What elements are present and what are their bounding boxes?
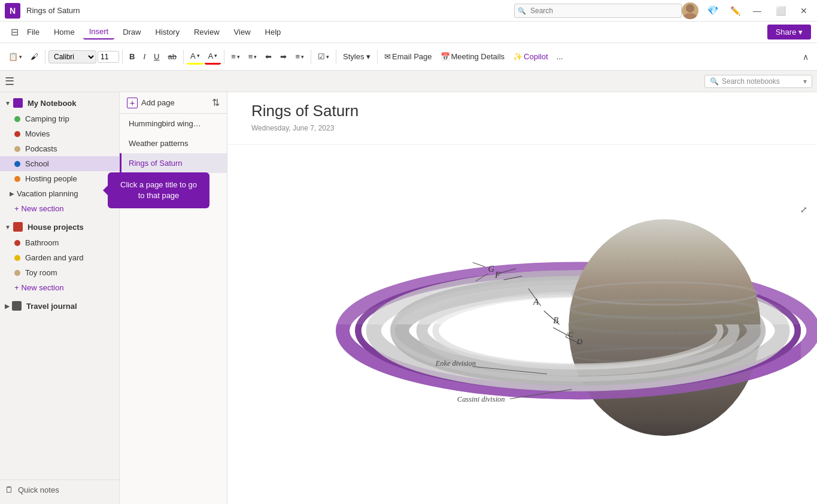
numbering-icon: ≡ [248,52,253,61]
calendar-icon: 📅 [441,52,450,61]
sidebar-item-podcasts[interactable]: Podcasts [0,141,119,156]
maximize-button[interactable]: ⬜ [771,5,791,17]
garden-yard-dot [14,255,20,261]
numbering-button[interactable]: ≡▾ [245,50,261,63]
menu-draw[interactable]: Draw [117,25,147,39]
travel-journal-icon [12,301,22,311]
page-item-weather-patterns[interactable]: Weather patterns [120,133,227,153]
menu-insert[interactable]: Insert [83,25,115,40]
my-notebook-group: ▼ My Notebook Camping trip Movies Podcas… [0,95,119,216]
my-notebook-header[interactable]: ▼ My Notebook [0,95,119,111]
underline-button[interactable]: U [150,50,163,63]
email-icon: ✉ [384,52,391,61]
toolbar-collapse-button[interactable]: ∧ [799,50,812,64]
hamburger-icon[interactable]: ☰ [5,75,14,88]
new-section-plus-icon: + [14,204,19,213]
hosting-people-dot [14,176,20,182]
diamond-icon[interactable]: 💎 [703,4,722,17]
subbar: ☰ 🔍 Search notebooks ▾ [0,71,817,92]
format-paint-button[interactable]: 🖌 [27,50,42,63]
sidebar-item-camping-trip[interactable]: Camping trip [0,111,119,126]
add-page-button[interactable]: + Add page [127,98,212,108]
notebook-toggle[interactable]: ⊟ [11,26,19,38]
onenote-logo: N [5,3,20,19]
my-notebook-chevron: ▼ [5,100,11,107]
clipboard-icon: 📋 [8,52,18,61]
app-title: Rings of Saturn [26,6,514,15]
add-page-row: + Add page ⇅ [120,92,227,114]
search-notebooks-dropdown-icon[interactable]: ▾ [803,77,807,86]
add-page-icon: + [127,98,138,108]
pen-icon[interactable]: ✏️ [727,5,743,17]
saturn-svg: G F A B /C D En [227,145,817,504]
quick-notes-icon: 🗒 [5,485,13,494]
minimize-button[interactable]: — [748,5,766,17]
search-notebooks-button[interactable]: 🔍 Search notebooks ▾ [704,75,812,88]
house-projects-header[interactable]: ▼ House projects [0,218,119,235]
svg-text:A: A [533,297,539,306]
align-button[interactable]: ≡▾ [291,50,308,63]
sidebar-item-vacation-planning[interactable]: ▶ Vacation planning [0,186,119,201]
toolbar-sep-5 [311,50,311,64]
travel-journal-header[interactable]: ▶ Travel journal [0,297,119,314]
clipboard-button[interactable]: 📋▾ [5,50,26,63]
content-header: Rings of Saturn Wednesday, June 7, 2023 [227,92,817,145]
close-button[interactable]: ✕ [795,5,812,17]
font-color-icon: A [208,51,214,60]
quick-notes[interactable]: 🗒 Quick notes [0,479,119,499]
travel-journal-chevron: ▶ [5,303,10,309]
menu-help[interactable]: Help [259,25,287,39]
camping-trip-dot [14,116,20,122]
menu-review[interactable]: Review [188,25,226,39]
menu-view[interactable]: View [228,25,257,39]
sidebar-item-hosting-people[interactable]: Hosting people [0,171,119,186]
svg-text:Enke division: Enke division [435,359,476,368]
strikethrough-button[interactable]: ab [164,50,180,63]
toolbar: 📋▾ 🖌 Calibri B I U ab A▾ A▾ ≡▾ ≡▾ ⬅ ➡ ≡▾… [0,43,817,71]
toolbar-sep-1 [45,50,45,64]
page-title: Rings of Saturn [251,102,793,120]
email-page-button[interactable]: ✉ Email Page [381,50,435,63]
page-item-rings-of-saturn[interactable]: Rings of Saturn [120,153,227,173]
my-notebook-new-section[interactable]: + New section [0,201,119,216]
sidebar-item-movies[interactable]: Movies [0,126,119,141]
highlight-button[interactable]: A▾ [187,49,204,65]
movies-dot [14,131,20,137]
sidebar-item-toy-room[interactable]: Toy room [0,265,119,280]
meeting-details-button[interactable]: 📅 Meeting Details [437,50,509,63]
house-projects-new-section[interactable]: + New section [0,280,119,295]
clipboard-dropdown[interactable]: ▾ [19,54,22,60]
school-dot [14,161,20,167]
svg-text:B: B [553,315,558,325]
font-color-button[interactable]: A▾ [205,49,221,65]
sort-icon[interactable]: ⇅ [212,97,220,108]
menu-file[interactable]: File [21,25,45,39]
menu-home[interactable]: Home [48,25,81,39]
page-item-hummingbird[interactable]: Hummingbird wing… [120,114,227,133]
bold-button[interactable]: B [126,50,138,63]
page-date: Wednesday, June 7, 2023 [251,124,793,132]
align-icon: ≡ [295,52,300,61]
increase-indent-button[interactable]: ➡ [277,50,290,63]
sidebar-item-bathroom[interactable]: Bathroom [0,235,119,250]
toy-room-dot [14,270,20,276]
font-family-select[interactable]: Calibri [48,50,96,63]
menu-history[interactable]: History [150,25,186,39]
bullets-button[interactable]: ≡▾ [227,50,244,63]
styles-button[interactable]: Styles ▾ [339,50,374,63]
sidebar: ▼ My Notebook Camping trip Movies Podcas… [0,92,120,504]
sidebar-item-garden-yard[interactable]: Garden and yard [0,250,119,265]
sidebar-item-school[interactable]: School [0,156,119,171]
more-options-button[interactable]: ... [553,50,567,63]
copilot-button[interactable]: ✨ Copilot [509,50,551,63]
decrease-indent-button[interactable]: ⬅ [262,50,275,63]
main-area: ▼ My Notebook Camping trip Movies Podcas… [0,92,817,504]
highlight-icon: A [190,51,196,60]
share-button[interactable]: Share ▾ [767,25,811,40]
avatar[interactable] [682,2,698,19]
font-size-input[interactable] [98,51,119,63]
italic-button[interactable]: I [139,50,149,63]
title-search-input[interactable] [514,4,682,18]
checkbox-button[interactable]: ☑▾ [314,50,333,63]
house-projects-icon [13,222,23,232]
